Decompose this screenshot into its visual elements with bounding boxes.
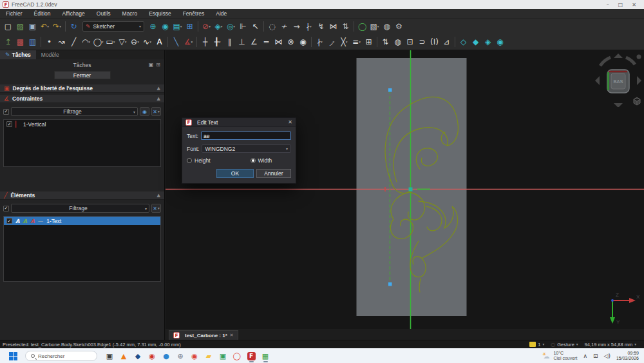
- refresh-icon[interactable]: ↻: [68, 21, 80, 32]
- bspline-polygon-icon[interactable]: ⊿: [440, 36, 453, 48]
- zoom-tools-icon[interactable]: ◎ ▾: [225, 21, 237, 32]
- workbench-selector[interactable]: ✎Sketcher▾: [82, 21, 144, 32]
- green-app-icon[interactable]: ▣: [216, 349, 230, 363]
- fillet-icon[interactable]: ◞ ▾: [326, 36, 338, 48]
- virtual-space-cube4-icon[interactable]: ◉: [494, 36, 506, 48]
- clipping-plane-icon[interactable]: ⊘ ▾: [200, 21, 213, 32]
- task-view-icon[interactable]: ▣: [102, 349, 117, 363]
- vlc-icon[interactable]: ▲: [117, 349, 131, 363]
- sketch-point-top[interactable]: [388, 88, 392, 92]
- menu-item[interactable]: Fenêtres: [177, 9, 211, 18]
- elements-filter-checkbox[interactable]: ✓: [3, 206, 9, 211]
- constrain-tangent-icon[interactable]: ∠: [248, 36, 260, 48]
- close-task-button[interactable]: Fermer: [54, 71, 111, 79]
- network-icon[interactable]: ⊡: [593, 353, 598, 359]
- minimize-button[interactable]: –: [607, 2, 609, 8]
- navcube-rotate-left[interactable]: [600, 57, 611, 66]
- join-curves-icon[interactable]: ⋈: [327, 21, 339, 32]
- zoom-selection-icon[interactable]: ◉: [159, 21, 171, 32]
- navcube-menu-dot[interactable]: [637, 55, 641, 59]
- settings-gear-icon[interactable]: ⚙: [393, 21, 405, 32]
- constrain-block-icon[interactable]: ⊗: [285, 36, 297, 48]
- constrain-perpendicular-icon[interactable]: ⊥: [236, 36, 248, 48]
- opera-icon[interactable]: ◯: [230, 349, 244, 363]
- collapse-arrow-icon[interactable]: ▲: [157, 86, 160, 91]
- element-row-text[interactable]: ✓ A A A — 1-Text: [4, 217, 160, 225]
- height-radio[interactable]: [187, 158, 192, 163]
- constraint-row-vertical[interactable]: ✓ ▏ 1-Vertical: [4, 120, 160, 128]
- modify-knot-icon[interactable]: ⇅: [339, 21, 352, 32]
- undo-icon[interactable]: ↶ ▾: [39, 21, 51, 32]
- section-degrees-of-freedom[interactable]: ▣ Degrés de liberté de l'esquisse ▲: [0, 84, 164, 93]
- bspline-knot-icon[interactable]: ⊃: [416, 36, 428, 48]
- auto-constrain-icon[interactable]: ◉: [297, 36, 309, 48]
- virtual-space-cube3-icon[interactable]: ◈: [482, 36, 494, 48]
- constraint-checkbox[interactable]: ✓: [6, 121, 12, 127]
- rectangular-array-icon[interactable]: ▧ ▾: [368, 21, 381, 32]
- maximize-button[interactable]: □: [618, 2, 623, 8]
- constraints-settings-button[interactable]: ✕▾: [151, 107, 161, 116]
- bspline-periodic-icon[interactable]: (I): [428, 36, 440, 48]
- taskbar-search[interactable]: Rechercher: [25, 351, 97, 361]
- map-sketch-icon[interactable]: ▥: [26, 36, 39, 48]
- clock-widget[interactable]: 09:59 15/03/2026: [616, 351, 639, 361]
- constraints-filter-checkbox[interactable]: ✓: [3, 109, 9, 115]
- redo-icon[interactable]: ↷ ▾: [51, 21, 63, 32]
- nav-style-selector[interactable]: ◌ Gesture▾: [551, 342, 578, 348]
- tab-close-icon[interactable]: ✕: [230, 333, 234, 338]
- dialog-title-bar[interactable]: F Edit Text ✕: [182, 118, 296, 127]
- constraints-filter-dropdown[interactable]: Filtrage▾: [11, 107, 138, 116]
- chrome-icon[interactable]: ◉: [187, 349, 202, 363]
- freecad-icon[interactable]: F: [244, 349, 258, 363]
- font-dropdown[interactable]: WINGDNG2▾: [202, 144, 291, 153]
- bspline-poles-icon[interactable]: ⊡: [404, 36, 416, 48]
- dialog-close-icon[interactable]: ✕: [288, 119, 292, 125]
- create-arc-icon[interactable]: ◠ ▾: [80, 36, 92, 48]
- menu-item[interactable]: Macro: [117, 9, 144, 18]
- create-line-icon[interactable]: ╱: [68, 36, 80, 48]
- insert-knot-icon[interactable]: ↯: [315, 21, 327, 32]
- clone-icon[interactable]: ⊞: [363, 36, 375, 48]
- constrain-parallel-icon[interactable]: ∥: [223, 36, 236, 48]
- float-icon[interactable]: ⊞: [156, 62, 160, 68]
- periodic-bspline-icon[interactable]: ◯: [356, 21, 368, 32]
- split-edge-icon[interactable]: ∤ ▾: [303, 21, 315, 32]
- save-icon[interactable]: ▣: [26, 21, 39, 32]
- tray-chevron-icon[interactable]: ∧: [583, 353, 587, 359]
- origin-point[interactable]: [409, 188, 413, 191]
- trim-tools-icon[interactable]: ╳ ▾: [338, 36, 350, 48]
- create-polyline-icon[interactable]: ↝: [55, 36, 68, 48]
- close-button[interactable]: ✕: [632, 2, 636, 8]
- dropper-app-icon[interactable]: ⊕: [173, 349, 187, 363]
- layer-selector[interactable]: 1▾: [529, 342, 544, 348]
- new-view-icon[interactable]: ⊞: [184, 21, 196, 32]
- bspline-degree-icon[interactable]: ⇅: [379, 36, 392, 48]
- view-sketch-icon[interactable]: ▩: [14, 36, 26, 48]
- virtual-space-cube2-icon[interactable]: ◆: [469, 36, 482, 48]
- new-file-icon[interactable]: ▢: [2, 21, 14, 32]
- navcube-down-arrow[interactable]: [614, 103, 623, 107]
- start-button[interactable]: [9, 352, 17, 360]
- split-tools-icon[interactable]: ∤ ▾: [314, 36, 326, 48]
- tab-model[interactable]: Modèle: [36, 50, 64, 59]
- create-point-icon[interactable]: •: [43, 36, 55, 48]
- ellipse-icon[interactable]: ◍: [381, 21, 393, 32]
- zoom-fit-icon[interactable]: ⊕: [147, 21, 159, 32]
- tab-tasks[interactable]: ✎ Tâches: [0, 50, 36, 59]
- virtual-space-cube1-icon[interactable]: ◇: [457, 36, 469, 48]
- menu-item[interactable]: Édition: [28, 9, 57, 18]
- leave-sketch-icon[interactable]: ↥: [2, 36, 14, 48]
- section-constraints[interactable]: ∡ Contraintes ▲: [0, 94, 164, 103]
- extend-edge-icon[interactable]: ⇝: [290, 21, 303, 32]
- construction-circle-icon[interactable]: ◌: [266, 21, 278, 32]
- constrain-equal-icon[interactable]: =: [260, 36, 272, 48]
- menu-item[interactable]: Aide: [210, 9, 232, 18]
- show-constraints-button[interactable]: ◉: [140, 107, 149, 116]
- measure-icon[interactable]: ⊩: [237, 21, 249, 32]
- menu-item[interactable]: Fichier: [0, 9, 28, 18]
- construction-line-icon[interactable]: ╲: [170, 36, 182, 48]
- collapse-arrow-icon[interactable]: ▲: [157, 193, 160, 198]
- open-file-icon[interactable]: ▨: [14, 21, 26, 32]
- volume-icon[interactable]: ◁): [604, 353, 611, 359]
- defender-icon[interactable]: ◆: [131, 349, 145, 363]
